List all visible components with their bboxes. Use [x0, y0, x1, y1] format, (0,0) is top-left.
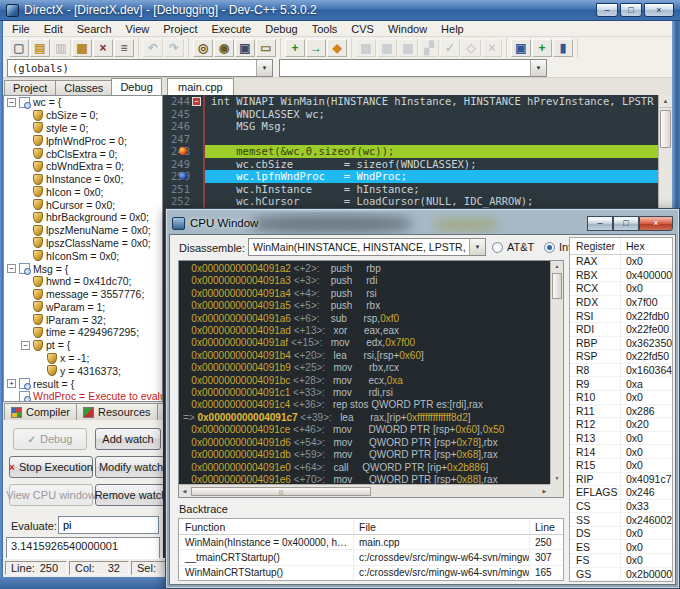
code-line[interactable]: 248 memset(&wc,0,sizeof(wc)); [163, 145, 672, 158]
goto-line-icon[interactable]: ▭ [256, 39, 276, 57]
scroll-up-icon[interactable]: ▲ [659, 95, 672, 108]
scroll-down-icon[interactable]: ▼ [551, 473, 563, 484]
new-file-icon[interactable]: ▢ [9, 39, 29, 57]
breakpoint-icon[interactable] [179, 147, 187, 155]
view-cpu-window-button[interactable]: View CPU window [9, 484, 93, 506]
menu-item-cvs[interactable]: CVS [344, 22, 381, 36]
menu-item-project[interactable]: Project [156, 22, 204, 36]
minimize-button[interactable]: – [596, 3, 618, 17]
line-number[interactable]: 247 [163, 133, 205, 146]
editor-vscroll-thumb[interactable] [660, 110, 671, 148]
undo-icon[interactable]: ↶ [143, 39, 163, 57]
toggle-bookmarks-icon[interactable]: ▦ [377, 39, 397, 57]
watch-item[interactable]: cbWndExtra = 0; [4, 160, 162, 173]
function-combo[interactable]: WinMain(HINSTANCE, HINSTANCE, LPSTR, int… [248, 238, 486, 256]
watch-item[interactable]: hIconSm = 0x0; [4, 249, 162, 262]
watch-item[interactable]: −wc = { [4, 96, 162, 109]
console-hscrollbar[interactable]: ◀ ||| ▶ [179, 484, 550, 497]
collapse-icon[interactable]: − [21, 341, 30, 350]
collapse-icon[interactable]: − [7, 264, 16, 273]
backtrace-row[interactable]: __tmainCRTStartup()c:/crossdev/src/mingw… [179, 550, 563, 565]
scroll-right-icon[interactable]: ▶ [539, 488, 550, 494]
chevron-down-icon[interactable]: ▼ [530, 60, 546, 76]
goto-bookmarks-icon[interactable]: ▦ [398, 39, 418, 57]
tab-classes[interactable]: Classes [55, 80, 112, 95]
menu-item-file[interactable]: File [5, 22, 37, 36]
close-file-icon[interactable]: × [93, 39, 113, 57]
save-all-icon[interactable]: ▦ [72, 39, 92, 57]
chevron-down-icon[interactable]: ▼ [256, 60, 272, 76]
replace-icon[interactable]: ▣ [235, 39, 255, 57]
save-icon[interactable]: ▥ [51, 39, 71, 57]
cpu-window-titlebar[interactable]: CPU Window – □ × [169, 212, 676, 234]
collapse-icon[interactable]: − [7, 98, 16, 107]
open-file-icon[interactable]: ▤ [30, 39, 50, 57]
watch-item[interactable]: hCursor = 0x0; [4, 198, 162, 211]
code-line[interactable]: 250 wc.lpfnWndProc = WndProc; [163, 170, 672, 183]
watch-item[interactable]: style = 0; [4, 122, 162, 135]
watch-item[interactable]: time = 4294967295; [4, 326, 162, 339]
chevron-down-icon[interactable]: ▼ [469, 239, 485, 255]
watch-item[interactable]: message = 3557776; [4, 288, 162, 301]
watch-item[interactable]: lParam = 32; [4, 313, 162, 326]
line-number[interactable]: 246 [163, 120, 205, 133]
project-options-icon[interactable]: ▮ [553, 39, 573, 57]
backtrace-row[interactable]: WinMain(hInstance = 0x400000, hPrevInsta… [179, 535, 563, 550]
evaluate-input[interactable] [58, 516, 159, 534]
watch-item[interactable]: x = -1; [4, 352, 162, 365]
watch-item[interactable]: hwnd = 0x41dc70; [4, 275, 162, 288]
code-line[interactable]: 249 wc.cbSize = sizeof(WNDCLASSEX); [163, 158, 672, 171]
secondary-combo[interactable]: ▼ [279, 59, 547, 77]
fold-marker-icon[interactable]: − [192, 97, 201, 106]
code-line[interactable]: 251 wc.hInstance = hInstance; [163, 183, 672, 196]
add-watch-button[interactable]: Add watch [95, 428, 161, 450]
watch-item[interactable]: wParam = 1; [4, 301, 162, 314]
code-line[interactable]: 246 MSG Msg; [163, 120, 672, 133]
menu-item-edit[interactable]: Edit [37, 22, 70, 36]
run-icon[interactable]: → [306, 39, 326, 57]
maximize-button[interactable]: □ [620, 3, 642, 17]
compile-icon[interactable]: + [285, 39, 305, 57]
modify-watch-button[interactable]: Modify watch [95, 456, 163, 478]
find-icon[interactable]: ◎ [193, 39, 213, 57]
line-number[interactable]: 244− [163, 95, 205, 108]
line-number[interactable]: 248 [163, 145, 205, 158]
watch-item[interactable]: y = 4316373; [4, 364, 162, 377]
tab-resources[interactable]: Resources [76, 403, 158, 420]
debug-icon[interactable]: ◆ [327, 39, 347, 57]
syntax-check-icon[interactable]: ✓ [440, 39, 460, 57]
watch-item[interactable]: hInstance = 0x0; [4, 173, 162, 186]
watch-item[interactable]: hIcon = 0x0; [4, 185, 162, 198]
layout-icon[interactable]: ▞ [419, 39, 439, 57]
tab-main-cpp[interactable]: main.cpp [167, 78, 234, 95]
menu-item-view[interactable]: View [119, 22, 157, 36]
watch-item[interactable]: +result = { [4, 377, 162, 390]
watch-item[interactable]: cbClsExtra = 0; [4, 147, 162, 160]
cpu-minimize-button[interactable]: – [587, 216, 613, 231]
menu-item-search[interactable]: Search [70, 22, 119, 36]
insert-icon[interactable]: ▦ [356, 39, 376, 57]
redo-icon[interactable]: ↷ [164, 39, 184, 57]
tab-debug[interactable]: Debug [111, 78, 161, 95]
window-titlebar[interactable]: DirectX - [DirectX.dev] - [Debugging] - … [0, 0, 680, 21]
code-line[interactable]: 245 WNDCLASSEX wc; [163, 108, 672, 121]
code-line[interactable]: 247 [163, 133, 672, 146]
line-number[interactable]: 249 [163, 158, 205, 171]
abort-icon[interactable]: × [482, 39, 502, 57]
menu-item-window[interactable]: Window [381, 22, 434, 36]
watch-item[interactable]: lpszMenuName = 0x0; [4, 224, 162, 237]
tab-project[interactable]: Project [4, 80, 56, 95]
menu-item-tools[interactable]: Tools [305, 22, 345, 36]
cpu-close-button[interactable]: × [639, 216, 673, 231]
console-hscroll-thumb[interactable]: ||| [191, 487, 371, 496]
att-radio[interactable]: AT&T [492, 241, 534, 253]
scroll-up-icon[interactable]: ▲ [551, 261, 563, 272]
open-project-icon[interactable]: ▣ [511, 39, 531, 57]
cpu-maximize-button[interactable]: □ [613, 216, 639, 231]
watch-item[interactable]: lpszClassName = 0x0; [4, 237, 162, 250]
menu-item-execute[interactable]: Execute [204, 22, 258, 36]
code-line[interactable]: 252 wc.hCursor = LoadCursor(NULL, IDC_AR… [163, 195, 672, 208]
watch-item[interactable]: −Msg = { [4, 262, 162, 275]
profile-icon[interactable]: ◇ [461, 39, 481, 57]
line-number[interactable]: 252 [163, 195, 205, 208]
